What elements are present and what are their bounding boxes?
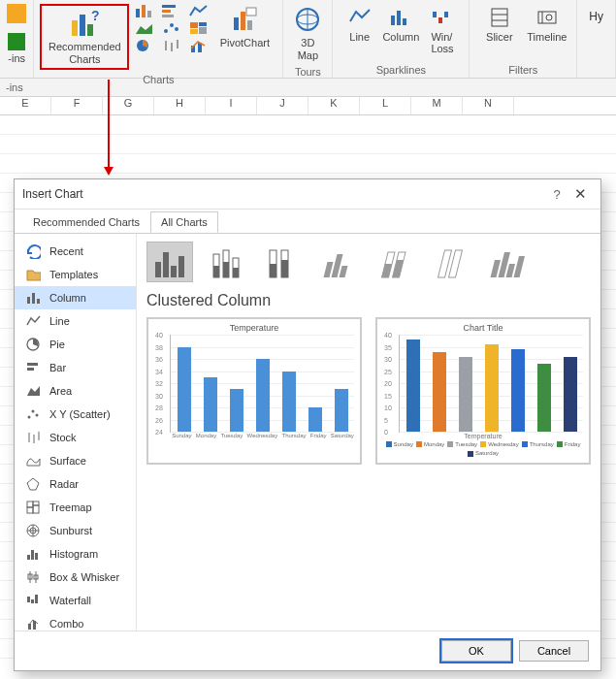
line-chart-icon[interactable] (189, 4, 209, 17)
slicer-button[interactable]: Slicer (475, 4, 523, 43)
category-list: RecentTemplatesColumnLinePieBarAreaX Y (… (15, 234, 137, 630)
dialog-tabs: Recommended ChartsAll Charts (15, 210, 600, 234)
svg-point-52 (32, 410, 35, 413)
ok-button[interactable]: OK (441, 640, 511, 662)
category-icon (24, 569, 42, 585)
bing-icon[interactable] (7, 4, 26, 23)
dialog-footer: OK Cancel (15, 630, 600, 670)
svg-rect-15 (199, 22, 207, 26)
category-icon (24, 476, 42, 492)
column-header[interactable]: I (206, 97, 257, 114)
timeline-button[interactable]: Timeline (523, 4, 570, 43)
svg-rect-1 (80, 15, 85, 36)
category-radar[interactable]: Radar (15, 472, 136, 496)
recommended-highlight: ? Recommended Charts (40, 4, 129, 70)
category-stock[interactable]: Stock (15, 426, 136, 449)
subtype-3[interactable] (315, 242, 362, 282)
category-bar[interactable]: Bar (15, 356, 136, 379)
timeline-icon (535, 4, 559, 31)
category-treemap[interactable]: Treemap (15, 496, 136, 519)
dialog-title: Insert Chart (22, 187, 546, 201)
tab-recommended-charts[interactable]: Recommended Charts (22, 211, 150, 233)
category-x-y-scatter-[interactable]: X Y (Scatter) (15, 403, 136, 426)
ribbon-sparklines-group: LineColumnWin/ Loss Sparklines (333, 0, 470, 78)
svg-rect-24 (234, 17, 239, 30)
svg-rect-59 (33, 501, 39, 505)
cancel-button[interactable]: Cancel (519, 640, 589, 662)
column-header[interactable]: H (154, 97, 206, 114)
category-waterfall[interactable]: Waterfall (15, 589, 136, 612)
hierarchy-chart-icon[interactable] (189, 21, 209, 35)
svg-rect-6 (147, 11, 151, 17)
stock-chart-icon[interactable] (162, 39, 181, 52)
area-chart-icon[interactable] (135, 21, 154, 35)
bar-chart-icon[interactable] (162, 4, 181, 17)
svg-rect-36 (444, 12, 448, 17)
svg-rect-68 (35, 553, 38, 560)
category-pie[interactable]: Pie (15, 333, 136, 356)
column-header[interactable]: E (0, 97, 51, 114)
column-header[interactable]: M (411, 97, 463, 114)
dialog-main: Clustered Column Temperature 24262830323… (137, 234, 600, 630)
svg-rect-61 (27, 507, 33, 513)
column-chart-icon[interactable] (135, 4, 154, 17)
sparkline-winloss[interactable]: Win/ Loss (422, 4, 464, 54)
column-headers: EFGHIJKLMN (0, 97, 616, 115)
svg-rect-2 (87, 24, 93, 36)
subtype-2[interactable] (259, 242, 306, 282)
column-header[interactable]: L (360, 97, 411, 114)
pie-chart-icon[interactable] (135, 39, 154, 52)
recommended-charts-button[interactable]: ? Recommended Charts (44, 8, 125, 66)
category-recent[interactable]: Recent (15, 240, 136, 263)
subtype-6[interactable] (484, 242, 531, 282)
chart-preview-2[interactable]: Chart Title 0510152025303540 Temperature… (375, 317, 591, 465)
scatter-chart-icon[interactable] (162, 21, 181, 35)
category-templates[interactable]: Templates (15, 263, 136, 286)
category-combo[interactable]: Combo (15, 612, 136, 630)
column-header[interactable]: N (463, 97, 514, 114)
chart-preview-1[interactable]: Temperature 242628303234363840 SundayMon… (146, 317, 362, 465)
close-button[interactable]: ✕ (567, 185, 593, 203)
sparkline-line[interactable]: Line (339, 4, 380, 43)
subtype-5[interactable] (428, 242, 474, 282)
category-icon (24, 523, 42, 538)
sparkline-column[interactable]: Column (380, 4, 422, 43)
combo-chart-icon[interactable] (189, 39, 209, 52)
hyperlink-label[interactable]: Hy (583, 4, 609, 29)
svg-rect-14 (190, 22, 198, 28)
category-box-whisker[interactable]: Box & Whisker (15, 566, 136, 589)
category-icon (24, 546, 42, 562)
charts-group-label: Charts (34, 74, 282, 87)
3d-map-button[interactable]: 3D Map (289, 4, 326, 62)
store-icon[interactable] (8, 33, 25, 50)
svg-rect-67 (31, 550, 34, 560)
subtype-0[interactable] (146, 242, 193, 282)
pivotchart-button[interactable]: PivotChart (212, 4, 276, 49)
svg-rect-58 (27, 501, 33, 507)
svg-rect-26 (247, 20, 252, 30)
column-header[interactable]: F (51, 97, 103, 114)
column-header[interactable]: J (257, 97, 308, 114)
subtype-1[interactable] (203, 242, 249, 282)
tab-all-charts[interactable]: All Charts (150, 211, 218, 233)
subtype-4[interactable] (372, 242, 418, 282)
svg-rect-73 (27, 597, 30, 602)
category-histogram[interactable]: Histogram (15, 542, 136, 566)
category-surface[interactable]: Surface (15, 449, 136, 472)
help-button[interactable]: ? (546, 187, 567, 202)
svg-rect-37 (492, 9, 507, 26)
slicer-icon (488, 4, 511, 31)
svg-rect-9 (162, 15, 174, 17)
svg-rect-47 (27, 363, 38, 366)
column-header[interactable]: K (308, 97, 360, 114)
svg-rect-35 (438, 17, 442, 23)
category-sunburst[interactable]: Sunburst (15, 519, 136, 542)
category-line[interactable]: Line (15, 309, 136, 333)
category-icon (24, 453, 42, 469)
category-icon (24, 383, 42, 399)
svg-rect-103 (506, 264, 515, 277)
svg-point-13 (175, 27, 178, 31)
category-area[interactable]: Area (15, 379, 136, 403)
category-column[interactable]: Column (15, 286, 136, 309)
column-header[interactable]: G (103, 97, 154, 114)
